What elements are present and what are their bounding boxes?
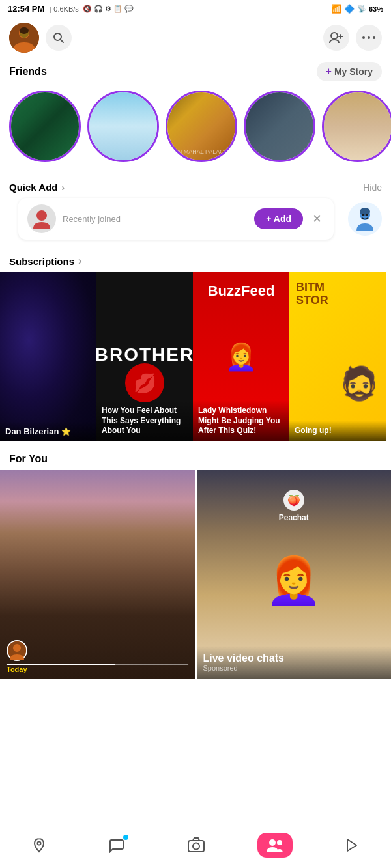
subscriptions-header[interactable]: Subscriptions ›	[0, 253, 391, 272]
buzzfeed-title: BuzzFeed	[208, 283, 275, 300]
my-story-label: My Story	[334, 66, 373, 77]
subscriptions-chevron: ›	[78, 255, 81, 267]
subscriptions-title: Subscriptions	[9, 256, 74, 267]
status-speed: | 0.6KB/s	[50, 5, 78, 13]
status-icons: 🔇 🎧 ⚙ 📋 💬	[83, 5, 134, 13]
battery-icon: 63%	[369, 5, 383, 13]
for-you-section: For You Today	[0, 441, 391, 679]
status-right: 📶 🔷 📡 63%	[331, 4, 383, 14]
status-time: 12:54 PM	[8, 4, 44, 14]
wifi-icon: 📶	[331, 4, 341, 14]
user-avatar[interactable]	[9, 23, 39, 53]
signal-icon: 📡	[357, 5, 366, 13]
sub-card-dan[interactable]: Dan Bilzerian ⭐	[0, 272, 96, 441]
fy-avatar-small-1	[7, 640, 27, 661]
sub-card-title-4: Going up!	[295, 426, 381, 436]
quick-add-title[interactable]: Quick Add ›	[9, 182, 65, 193]
sponsored-label: Sponsored	[203, 664, 385, 672]
person-info: Recently joined	[63, 213, 248, 225]
brother-title: BROTHER	[96, 345, 193, 365]
discover-nav-button[interactable]	[334, 835, 370, 856]
friends-section-header: Friends + My Story	[0, 58, 391, 85]
person-avatar	[27, 204, 56, 233]
bitmoji-stories-title: BITMSTOR	[296, 281, 328, 307]
more-options-button[interactable]	[356, 25, 382, 51]
svg-point-23	[269, 839, 276, 846]
subscriptions-section: Subscriptions › Dan Bilzerian ⭐ BROTHER …	[0, 244, 391, 441]
add-button[interactable]: + Add	[254, 208, 303, 229]
svg-point-10	[368, 36, 370, 39]
subscriptions-cards-row: Dan Bilzerian ⭐ BROTHER 💋 How You Feel A…	[0, 272, 391, 441]
chat-nav-button[interactable]	[98, 835, 135, 856]
svg-point-3	[20, 27, 29, 34]
quick-add-label: Quick Add	[9, 182, 57, 193]
story-item-1[interactable]	[9, 91, 81, 162]
svg-point-11	[373, 36, 375, 39]
status-left: 12:54 PM | 0.6KB/s 🔇 🎧 ⚙ 📋 💬	[8, 4, 134, 14]
svg-point-24	[277, 840, 282, 845]
story-item-4[interactable]	[244, 91, 315, 162]
for-you-title: For You	[0, 451, 391, 470]
svg-point-15	[360, 208, 370, 216]
friends-title: Friends	[9, 66, 47, 77]
for-you-card-2[interactable]: 🍑 Peachat 👩‍🦰 Live video chats Sponsored	[197, 470, 392, 679]
sub-card-overlay-2: How You Feel About This Says Everything …	[96, 400, 193, 441]
stories-row: JN MAHAL PALACE	[0, 85, 391, 173]
svg-point-19	[13, 644, 21, 652]
fy-today-label: Today	[7, 665, 188, 673]
quick-add-header: Quick Add › Hide	[0, 179, 391, 198]
my-story-plus-icon: +	[326, 66, 332, 77]
add-btn-label: + Add	[266, 214, 291, 224]
story-item-3[interactable]: JN MAHAL PALACE	[166, 91, 237, 162]
chat-notification-dot	[123, 835, 128, 840]
camera-nav-button[interactable]	[177, 833, 216, 857]
sub-card-overlay-3: Lady Whistledown Might Be Judging You Af…	[193, 400, 289, 441]
top-nav	[0, 18, 391, 58]
sub-card-bitmoji[interactable]: BITMSTOR 🧔 Going up!	[289, 272, 386, 441]
quick-add-card: Recently joined + Add ✕	[18, 198, 334, 240]
sub-card-title-2: How You Feel About This Says Everything …	[102, 406, 188, 436]
svg-point-22	[193, 843, 199, 850]
quick-add-chevron: ›	[61, 182, 65, 193]
sub-card-name-1: Dan Bilzerian ⭐	[5, 427, 91, 436]
svg-point-16	[362, 214, 364, 216]
svg-point-17	[366, 214, 368, 216]
hide-button[interactable]: Hide	[363, 182, 382, 193]
bluetooth-icon: 🔷	[344, 4, 355, 14]
for-you-grid: Today 🍑 Peachat 👩‍🦰 Live video chats Spo…	[0, 470, 391, 679]
for-you-card-2-title: Live video chats	[203, 652, 385, 664]
svg-line-5	[61, 40, 64, 43]
svg-marker-25	[347, 839, 356, 851]
svg-point-6	[331, 33, 338, 39]
story-item-5[interactable]	[322, 91, 391, 162]
svg-point-20	[37, 842, 40, 845]
for-you-card-1[interactable]: Today	[0, 470, 195, 679]
quick-add-section: Quick Add › Hide Recently joined + Add ✕	[0, 173, 391, 244]
sub-card-brother[interactable]: BROTHER 💋 How You Feel About This Says E…	[96, 272, 193, 441]
friends-nav-button[interactable]	[257, 833, 293, 858]
svg-point-9	[362, 36, 365, 39]
recently-joined-label: Recently joined	[63, 214, 121, 224]
sub-card-title-3: Lady Whistledown Might Be Judging You Af…	[198, 406, 284, 436]
add-friend-button[interactable]	[323, 25, 349, 51]
peachat-label: Peachat	[279, 513, 309, 522]
map-nav-button[interactable]	[21, 835, 57, 856]
bitmoji-avatar[interactable]	[348, 202, 382, 236]
sub-card-buzzfeed[interactable]: BuzzFeed 👩‍🦰 Lady Whistledown Might Be J…	[193, 272, 289, 441]
for-you-card-2-overlay: Live video chats Sponsored	[197, 646, 392, 679]
my-story-button[interactable]: + My Story	[317, 62, 382, 81]
status-bar: 12:54 PM | 0.6KB/s 🔇 🎧 ⚙ 📋 💬 📶 🔷 📡 63%	[0, 0, 391, 18]
search-button[interactable]	[46, 25, 72, 51]
svg-point-12	[36, 210, 47, 221]
sub-card-overlay-1: Dan Bilzerian ⭐	[0, 421, 96, 441]
close-card-button[interactable]: ✕	[310, 209, 325, 229]
story-item-2[interactable]	[87, 91, 159, 162]
bottom-nav	[0, 826, 391, 868]
for-you-card-1-bottom: Today	[0, 635, 195, 679]
sub-card-overlay-4: Going up!	[289, 421, 386, 441]
